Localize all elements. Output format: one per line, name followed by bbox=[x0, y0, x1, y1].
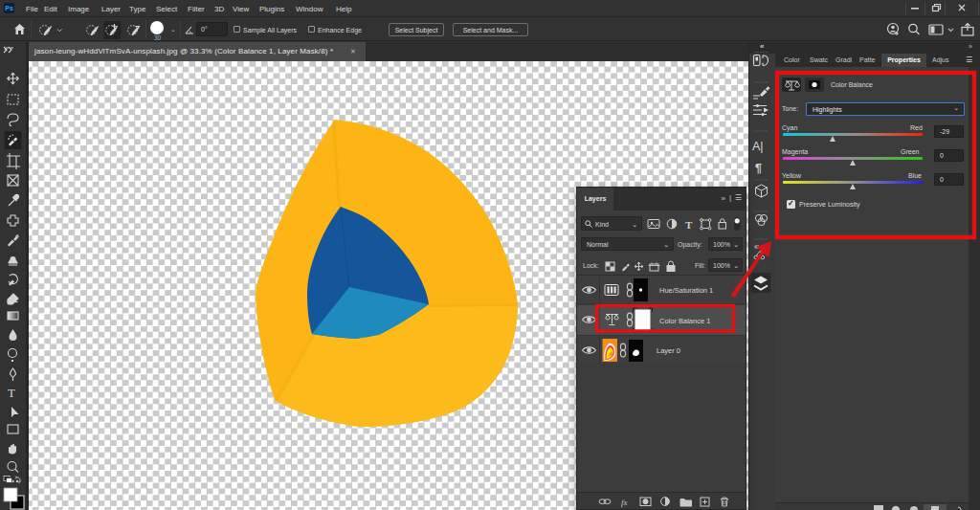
svg-text:¶: ¶ bbox=[755, 162, 762, 175]
svg-text:T: T bbox=[685, 219, 693, 231]
svg-text:A|: A| bbox=[752, 140, 764, 153]
svg-text:fx: fx bbox=[621, 498, 628, 507]
svg-text:T: T bbox=[8, 386, 15, 400]
